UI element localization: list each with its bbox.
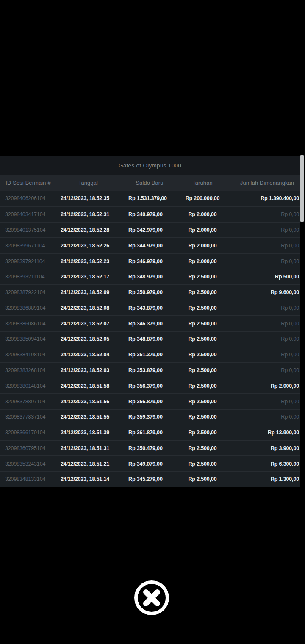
session-id-cell: 32098397921104 [0, 258, 56, 264]
new-balance-cell: Rp 344.979,00 [120, 243, 179, 249]
date-cell: 24/12/2023, 18.51.55 [56, 414, 120, 420]
new-balance-cell: Rp 359.379,00 [120, 414, 179, 420]
amount-won-cell: Rp 0,00 [226, 305, 300, 311]
bet-cell: Rp 2.500,00 [179, 476, 226, 482]
table-row: 32098387922104 24/12/2023, 18.52.09 Rp 3… [0, 284, 300, 300]
new-balance-cell: Rp 343.879,00 [120, 305, 179, 311]
date-cell: 24/12/2023, 18.52.04 [56, 352, 120, 358]
column-header-date: Tanggal [56, 180, 120, 186]
new-balance-cell: Rp 350.479,00 [120, 445, 179, 451]
table-row: 32098353243104 24/12/2023, 18.51.21 Rp 3… [0, 455, 300, 471]
amount-won-cell: Rp 9.600,00 [226, 289, 300, 295]
table-header: ID Sesi Bermain # Tanggal Saldo Baru Tar… [0, 175, 300, 191]
amount-won-cell: Rp 6.300,00 [226, 461, 300, 467]
date-cell: 24/12/2023, 18.51.58 [56, 383, 120, 389]
bet-cell: Rp 200.000,00 [179, 195, 226, 201]
game-history-modal: Gates of Olympus 1000 ID Sesi Bermain # … [0, 156, 300, 487]
date-cell: 24/12/2023, 18.51.14 [56, 476, 120, 482]
table-body[interactable]: 32098406206104 24/12/2023, 18.52.35 Rp 1… [0, 191, 300, 487]
new-balance-cell: Rp 353.879,00 [120, 367, 179, 373]
amount-won-cell: Rp 3.900,00 [226, 445, 300, 451]
amount-won-cell: Rp 0,00 [226, 367, 300, 373]
session-id-cell: 32098353243104 [0, 461, 56, 467]
table-row: 32098397921104 24/12/2023, 18.52.23 Rp 3… [0, 253, 300, 269]
table-row: 32098403417104 24/12/2023, 18.52.31 Rp 3… [0, 206, 300, 222]
bet-cell: Rp 2.500,00 [179, 336, 226, 342]
amount-won-cell: Rp 0,00 [226, 399, 300, 405]
bet-cell: Rp 2.500,00 [179, 461, 226, 467]
table-row: 32098383268104 24/12/2023, 18.52.03 Rp 3… [0, 362, 300, 378]
date-cell: 24/12/2023, 18.51.21 [56, 461, 120, 467]
bet-cell: Rp 2.500,00 [179, 305, 226, 311]
new-balance-cell: Rp 361.879,00 [120, 430, 179, 436]
column-header-new-balance: Saldo Baru [120, 180, 179, 186]
date-cell: 24/12/2023, 18.51.31 [56, 445, 120, 451]
amount-won-cell: Rp 0,00 [226, 211, 300, 217]
bet-cell: Rp 2.000,00 [179, 211, 226, 217]
column-header-bet: Taruhan [179, 180, 226, 186]
date-cell: 24/12/2023, 18.52.26 [56, 243, 120, 249]
modal-title: Gates of Olympus 1000 [0, 156, 300, 175]
session-id-cell: 32098387922104 [0, 289, 56, 295]
amount-won-cell: Rp 2.000,00 [226, 383, 300, 389]
session-id-cell: 32098385094104 [0, 336, 56, 342]
date-cell: 24/12/2023, 18.52.05 [56, 336, 120, 342]
table-row: 32098393211104 24/12/2023, 18.52.17 Rp 3… [0, 269, 300, 284]
bet-cell: Rp 2.500,00 [179, 274, 226, 280]
session-id-cell: 32098399671104 [0, 243, 56, 249]
amount-won-cell: Rp 0,00 [226, 414, 300, 420]
close-button[interactable] [134, 580, 169, 616]
new-balance-cell: Rp 342.979,00 [120, 227, 179, 233]
new-balance-cell: Rp 356.879,00 [120, 399, 179, 405]
date-cell: 24/12/2023, 18.52.35 [56, 195, 120, 201]
session-id-cell: 32098366170104 [0, 430, 56, 436]
table-row: 32098401375104 24/12/2023, 18.52.28 Rp 3… [0, 222, 300, 238]
screen-background: Gates of Olympus 1000 ID Sesi Bermain # … [0, 0, 305, 644]
new-balance-cell: Rp 346.379,00 [120, 321, 179, 327]
session-id-cell: 32098406206104 [0, 195, 56, 201]
new-balance-cell: Rp 348.979,00 [120, 274, 179, 280]
session-id-cell: 32098360795104 [0, 445, 56, 451]
amount-won-cell: Rp 0,00 [226, 336, 300, 342]
date-cell: 24/12/2023, 18.52.03 [56, 367, 120, 373]
amount-won-cell: Rp 500,00 [226, 274, 300, 280]
new-balance-cell: Rp 340.979,00 [120, 211, 179, 217]
new-balance-cell: Rp 1.531.379,00 [120, 195, 179, 201]
bet-cell: Rp 2.500,00 [179, 414, 226, 420]
date-cell: 24/12/2023, 18.52.23 [56, 258, 120, 264]
date-cell: 24/12/2023, 18.51.56 [56, 399, 120, 405]
amount-won-cell: Rp 0,00 [226, 352, 300, 358]
bet-cell: Rp 2.500,00 [179, 352, 226, 358]
table-row: 32098386889104 24/12/2023, 18.52.08 Rp 3… [0, 300, 300, 315]
date-cell: 24/12/2023, 18.52.08 [56, 305, 120, 311]
session-id-cell: 32098401375104 [0, 227, 56, 233]
session-id-cell: 32098393211104 [0, 274, 56, 280]
amount-won-cell: Rp 0,00 [226, 227, 300, 233]
session-id-cell: 32098386086104 [0, 321, 56, 327]
scrollbar-thumb[interactable] [300, 155, 304, 222]
table-row: 32098377837104 24/12/2023, 18.51.55 Rp 3… [0, 409, 300, 425]
bet-cell: Rp 2.500,00 [179, 321, 226, 327]
new-balance-cell: Rp 349.079,00 [120, 461, 179, 467]
amount-won-cell: Rp 0,00 [226, 258, 300, 264]
session-id-cell: 32098377837104 [0, 414, 56, 420]
bet-cell: Rp 2.500,00 [179, 383, 226, 389]
bet-cell: Rp 2.000,00 [179, 258, 226, 264]
session-id-cell: 32098380148104 [0, 383, 56, 389]
bet-cell: Rp 2.500,00 [179, 399, 226, 405]
session-id-cell: 32098348133104 [0, 476, 56, 482]
bet-cell: Rp 2.500,00 [179, 367, 226, 373]
new-balance-cell: Rp 345.279,00 [120, 476, 179, 482]
column-header-session-id: ID Sesi Bermain # [0, 180, 56, 186]
table-row: 32098385094104 24/12/2023, 18.52.05 Rp 3… [0, 331, 300, 347]
new-balance-cell: Rp 351.379,00 [120, 352, 179, 358]
date-cell: 24/12/2023, 18.52.31 [56, 211, 120, 217]
date-cell: 24/12/2023, 18.52.28 [56, 227, 120, 233]
bet-cell: Rp 2.500,00 [179, 445, 226, 451]
amount-won-cell: Rp 1.300,00 [226, 476, 300, 482]
amount-won-cell: Rp 13.900,00 [226, 430, 300, 436]
bet-cell: Rp 2.000,00 [179, 227, 226, 233]
new-balance-cell: Rp 348.879,00 [120, 336, 179, 342]
close-circle-icon [134, 580, 169, 616]
date-cell: 24/12/2023, 18.52.09 [56, 289, 120, 295]
